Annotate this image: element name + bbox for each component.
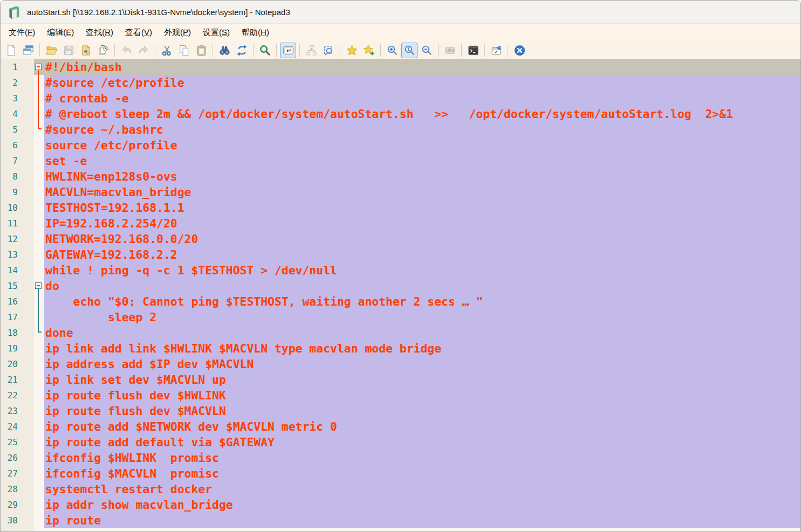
open-file-button[interactable] bbox=[43, 43, 59, 58]
word-wrap-button[interactable] bbox=[280, 43, 296, 58]
code-text[interactable]: # crontab -e bbox=[44, 91, 800, 106]
undo-button[interactable] bbox=[118, 43, 134, 58]
new-file-button[interactable] bbox=[3, 43, 19, 58]
code-text[interactable]: ip addr show macvlan_bridge bbox=[44, 497, 800, 513]
find-button[interactable] bbox=[216, 43, 232, 58]
editor-line[interactable]: 14while ! ping -q -c 1 $TESTHOST > /dev/… bbox=[1, 262, 800, 278]
code-text[interactable]: #source ~/.bashrc bbox=[44, 122, 800, 137]
menu-view[interactable]: 查看(V) bbox=[119, 25, 158, 40]
code-text[interactable]: while ! ping -q -c 1 $TESTHOST > /dev/nu… bbox=[44, 262, 800, 278]
code-text[interactable]: ip link add link $HWLINK $MACVLN type ma… bbox=[44, 341, 800, 356]
code-text[interactable]: done bbox=[44, 325, 800, 341]
editor-line[interactable]: 9MACVLN=macvlan_bridge bbox=[1, 184, 800, 200]
menu-file[interactable]: 文件(F) bbox=[3, 25, 41, 40]
code-text[interactable]: ip link set dev $MACVLN up bbox=[44, 372, 800, 388]
execute-console-button[interactable] bbox=[465, 43, 481, 58]
favorites-icon bbox=[346, 44, 358, 57]
always-on-top-button[interactable] bbox=[488, 43, 504, 58]
editor-empty-area[interactable] bbox=[1, 528, 800, 531]
editor-line[interactable]: 21ip link set dev $MACVLN up bbox=[1, 372, 800, 388]
editor-line[interactable]: 23ip route flush dev $MACVLN bbox=[1, 403, 800, 419]
editor-line[interactable]: 15do bbox=[1, 278, 800, 294]
zoom-reset-button[interactable]: 1 bbox=[401, 43, 417, 58]
editor-line[interactable]: 2#source /etc/profile bbox=[1, 75, 800, 91]
editor-line[interactable]: 17 sleep 2 bbox=[1, 309, 800, 325]
editor-line[interactable]: 8HWLINK=enp128s0-ovs bbox=[1, 169, 800, 184]
copy-button[interactable] bbox=[176, 43, 192, 58]
editor-line[interactable]: 3# crontab -e bbox=[1, 91, 800, 106]
editor-line[interactable]: 5#source ~/.bashrc bbox=[1, 122, 800, 137]
redo-button[interactable] bbox=[135, 43, 152, 58]
editor-line[interactable]: 28systemctl restart docker bbox=[1, 481, 800, 497]
code-text[interactable]: source /etc/profile bbox=[44, 137, 800, 153]
zoom-out-button[interactable] bbox=[419, 43, 435, 58]
favorites-button[interactable] bbox=[344, 43, 360, 58]
new-window-button[interactable] bbox=[20, 43, 36, 58]
editor-line[interactable]: 18done bbox=[1, 325, 800, 341]
add-favorite-icon bbox=[363, 44, 375, 57]
code-text[interactable]: ifconfig $HWLINK promisc bbox=[44, 450, 800, 466]
scheme-tree-button[interactable] bbox=[303, 43, 319, 58]
zoom-selection-button[interactable] bbox=[320, 43, 337, 58]
code-text[interactable]: #source /etc/profile bbox=[44, 75, 800, 91]
fold-collapse-icon[interactable] bbox=[35, 282, 42, 289]
code-text[interactable]: # @reboot sleep 2m && /opt/docker/system… bbox=[44, 106, 800, 122]
code-text[interactable]: IP=192.168.2.254/20 bbox=[44, 216, 800, 231]
code-text[interactable]: set -e bbox=[44, 153, 800, 169]
code-text[interactable]: ip route add default via $GATEWAY bbox=[44, 434, 800, 450]
code-text[interactable]: ip address add $IP dev $MACVLN bbox=[44, 356, 800, 372]
save-as-button[interactable] bbox=[78, 43, 94, 58]
editor-line[interactable]: 19ip link add link $HWLINK $MACVLN type … bbox=[1, 341, 800, 356]
editor-line[interactable]: 25ip route add default via $GATEWAY bbox=[1, 434, 800, 450]
menu-appearance[interactable]: 外观(P) bbox=[158, 25, 197, 40]
code-text[interactable]: ip route add $NETWORK dev $MACVLN metric… bbox=[44, 419, 800, 434]
zoom-in-button[interactable] bbox=[384, 43, 400, 58]
editor-line[interactable]: 11IP=192.168.2.254/20 bbox=[1, 216, 800, 231]
code-text[interactable]: ifconfig $MACVLN promisc bbox=[44, 466, 800, 481]
editor-line[interactable]: 4# @reboot sleep 2m && /opt/docker/syste… bbox=[1, 106, 800, 122]
editor-line[interactable]: 26ifconfig $HWLINK promisc bbox=[1, 450, 800, 466]
code-text[interactable]: sleep 2 bbox=[44, 309, 800, 325]
code-text[interactable]: GATEWAY=192.168.2.2 bbox=[44, 247, 800, 262]
save-button[interactable] bbox=[60, 43, 77, 58]
editor-line[interactable]: 13GATEWAY=192.168.2.2 bbox=[1, 247, 800, 262]
code-text[interactable]: ip route bbox=[44, 513, 800, 528]
fold-collapse-icon[interactable] bbox=[35, 64, 42, 70]
code-text[interactable]: TESTHOST=192.168.1.1 bbox=[44, 200, 800, 216]
editor-pane[interactable]: 1#!/bin/bash 2#source /etc/profile 3# cr… bbox=[1, 59, 800, 531]
exit-button[interactable] bbox=[511, 43, 528, 58]
editor-line[interactable]: 20ip address add $IP dev $MACVLN bbox=[1, 356, 800, 372]
editor-line[interactable]: 27ifconfig $MACVLN promisc bbox=[1, 466, 800, 481]
search-magnifier-button[interactable] bbox=[257, 43, 273, 58]
menu-help[interactable]: 帮助(H) bbox=[236, 25, 275, 40]
cut-button[interactable] bbox=[159, 43, 175, 58]
menu-find[interactable]: 查找(R) bbox=[80, 25, 119, 40]
editor-line[interactable]: 6source /etc/profile bbox=[1, 137, 800, 153]
recent-files-button[interactable] bbox=[95, 43, 111, 58]
editor-line[interactable]: 24ip route add $NETWORK dev $MACVLN metr… bbox=[1, 419, 800, 434]
editor-line[interactable]: 16 echo "$0: Cannot ping $TESTHOST, wait… bbox=[1, 294, 800, 309]
code-text[interactable]: ip route flush dev $MACVLN bbox=[44, 403, 800, 419]
code-text[interactable]: ip route flush dev $HWLINK bbox=[44, 388, 800, 403]
add-favorite-button[interactable] bbox=[361, 43, 377, 58]
paste-button[interactable] bbox=[193, 43, 209, 58]
code-text[interactable]: HWLINK=enp128s0-ovs bbox=[44, 169, 800, 184]
editor-line[interactable]: 29ip addr show macvlan_bridge bbox=[1, 497, 800, 513]
code-text[interactable]: systemctl restart docker bbox=[44, 481, 800, 497]
editor-line[interactable]: 30ip route bbox=[1, 513, 800, 528]
editor-line[interactable]: 10TESTHOST=192.168.1.1 bbox=[1, 200, 800, 216]
editor-line[interactable]: 1#!/bin/bash bbox=[1, 59, 800, 75]
editor-line[interactable]: 12NETWORK=192.168.0.0/20 bbox=[1, 231, 800, 247]
code-text[interactable]: #!/bin/bash bbox=[44, 59, 800, 75]
editor-line[interactable]: 7set -e bbox=[1, 153, 800, 169]
menu-edit[interactable]: 编辑(E) bbox=[41, 25, 80, 40]
whitespace-settings-button[interactable] bbox=[442, 43, 458, 58]
code-text[interactable]: do bbox=[44, 278, 800, 294]
editor-line[interactable]: 22ip route flush dev $HWLINK bbox=[1, 388, 800, 403]
code-text[interactable]: NETWORK=192.168.0.0/20 bbox=[44, 231, 800, 247]
code-text[interactable]: echo "$0: Cannot ping $TESTHOST, waiting… bbox=[44, 294, 800, 309]
fold-margin bbox=[34, 184, 44, 200]
menu-settings[interactable]: 设置(S) bbox=[197, 25, 236, 40]
replace-button[interactable] bbox=[234, 43, 250, 58]
code-text[interactable]: MACVLN=macvlan_bridge bbox=[44, 184, 800, 200]
